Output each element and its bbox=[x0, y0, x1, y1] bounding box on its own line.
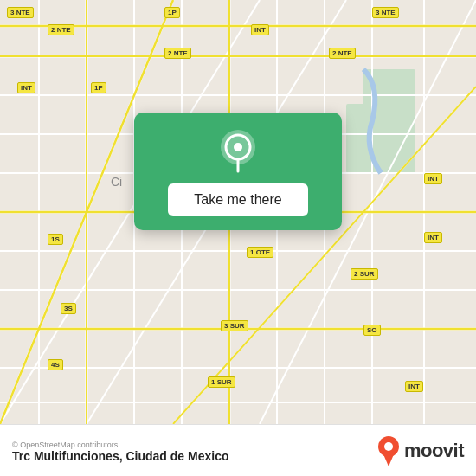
road-badge-int-1: INT bbox=[251, 24, 269, 35]
take-me-there-button[interactable]: Take me there bbox=[168, 183, 307, 216]
road-badge-2nte-2: 2 NTE bbox=[164, 48, 191, 59]
map-container: Ci 3 NTE 1P 3 NTE INT 2 NTE 2 NTE 2 NTE … bbox=[0, 0, 476, 424]
road-badge-1p-2: 1P bbox=[91, 82, 106, 93]
road-badge-int-2: INT bbox=[17, 82, 35, 93]
road-badge-3nte-1: 3 NTE bbox=[7, 7, 34, 18]
road-badge-so: SO bbox=[363, 325, 381, 336]
road-badge-4s: 4S bbox=[48, 359, 63, 370]
road-badge-int-3: INT bbox=[424, 173, 442, 184]
osm-credit: © OpenStreetMap contributors bbox=[12, 441, 228, 449]
road-badge-int-5: INT bbox=[405, 381, 423, 392]
road-badge-3sur: 3 SUR bbox=[221, 320, 248, 331]
bottom-bar: © OpenStreetMap contributors Trc Multifu… bbox=[0, 424, 476, 476]
road-badge-int-4: INT bbox=[424, 232, 442, 243]
moovit-pin-icon bbox=[376, 435, 401, 466]
road-badge-1sur: 1 SUR bbox=[208, 376, 235, 388]
bottom-left: © OpenStreetMap contributors Trc Multifu… bbox=[12, 439, 228, 463]
location-name: Trc Multifunciones, Ciudad de Mexico bbox=[12, 449, 228, 463]
moovit-text: moovit bbox=[404, 440, 464, 462]
moovit-logo: moovit bbox=[376, 435, 464, 466]
road-badge-3s: 3S bbox=[61, 303, 76, 314]
card-overlay: Take me there bbox=[134, 113, 342, 230]
road-badge-1p-1: 1P bbox=[164, 7, 180, 18]
road-badge-3nte-2: 3 NTE bbox=[372, 7, 399, 18]
road-badge-2nte-3: 2 NTE bbox=[329, 48, 356, 59]
road-badge-2nte-1: 2 NTE bbox=[48, 24, 74, 35]
road-badge-1s: 1S bbox=[48, 234, 63, 245]
svg-text:Ci: Ci bbox=[111, 175, 122, 189]
svg-point-40 bbox=[234, 143, 242, 151]
location-pin-icon bbox=[215, 128, 261, 173]
svg-marker-44 bbox=[383, 454, 394, 466]
svg-point-43 bbox=[384, 442, 393, 451]
road-badge-1ote: 1 OTE bbox=[247, 247, 273, 258]
road-badge-2sur: 2 SUR bbox=[351, 268, 378, 280]
